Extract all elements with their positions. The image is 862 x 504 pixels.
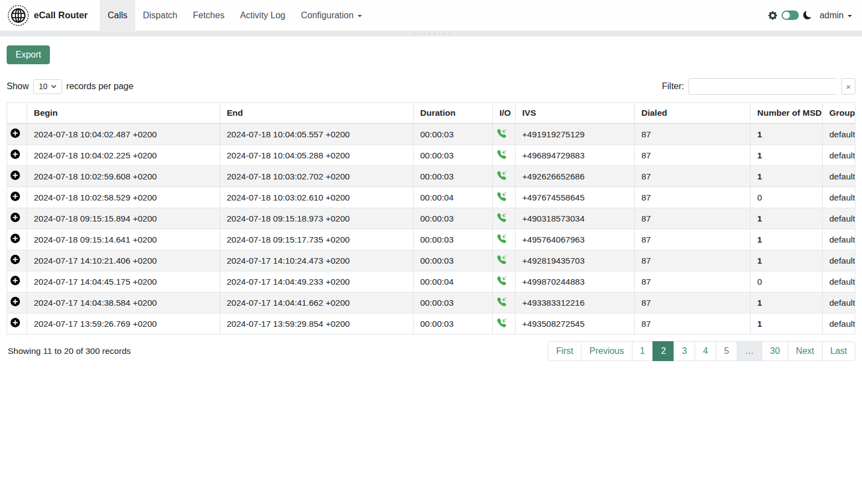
duration-cell: 00:00:04 <box>414 187 493 208</box>
page-size-select[interactable]: 10 <box>33 79 62 94</box>
app-title: eCall Router <box>34 10 88 20</box>
plus-circle-icon <box>11 255 20 264</box>
dialed-cell: 87 <box>635 271 751 292</box>
table-row: 2024-07-17 14:10:21.406 +0200 2024-07-17… <box>7 250 855 271</box>
pagination-item: 1 <box>632 341 654 361</box>
filter-input[interactable] <box>688 78 837 95</box>
phone-incoming-icon <box>497 277 506 287</box>
begin-cell: 2024-07-17 14:10:21.406 +0200 <box>27 250 220 271</box>
msd-cell: 1 <box>751 250 823 271</box>
duration-cell: 00:00:03 <box>414 208 493 229</box>
page-button-4[interactable]: 4 <box>695 341 716 361</box>
col-group[interactable]: Group <box>823 103 855 124</box>
drag-handle-icon[interactable] <box>411 32 451 36</box>
gear-icon[interactable] <box>768 11 777 20</box>
chevron-down-icon <box>358 15 362 17</box>
ivs-cell: +493383312216 <box>516 292 635 313</box>
page-button-1[interactable]: 1 <box>632 341 654 361</box>
page-button-30[interactable]: 30 <box>762 341 788 361</box>
phone-incoming-icon <box>497 235 506 245</box>
nav-item-fetches[interactable]: Fetches <box>185 0 232 30</box>
table-footer: Showing 11 to 20 of 300 records FirstPre… <box>7 341 855 361</box>
expand-row-button[interactable] <box>11 171 20 180</box>
nav-item-calls[interactable]: Calls <box>100 0 135 30</box>
ivs-cell: +490318573034 <box>516 208 635 229</box>
table-row: 2024-07-17 14:04:45.175 +0200 2024-07-17… <box>7 271 855 292</box>
dialed-cell: 87 <box>635 166 751 187</box>
pagination-item: 3 <box>674 341 695 361</box>
expand-row-button[interactable] <box>11 276 20 285</box>
navbar-right: admin <box>768 0 862 30</box>
filter-clear-button[interactable]: × <box>841 78 855 95</box>
group-cell: default <box>823 292 855 313</box>
user-menu[interactable]: admin <box>819 11 852 20</box>
col-begin[interactable]: Begin <box>27 103 220 124</box>
table-row: 2024-07-18 10:02:59.608 +0200 2024-07-18… <box>7 166 855 187</box>
pagination-item: Previous <box>581 341 632 361</box>
col-ivs[interactable]: IVS <box>516 103 635 124</box>
phone-incoming-icon <box>497 172 506 182</box>
col-io[interactable]: I/O <box>493 103 516 124</box>
end-cell: 2024-07-18 09:15:18.973 +0200 <box>220 208 414 229</box>
nav-item-activity-log[interactable]: Activity Log <box>232 0 293 30</box>
top-navbar: eCall Router CallsDispatchFetchesActivit… <box>0 0 862 30</box>
msd-cell: 1 <box>751 313 823 335</box>
expand-row-button[interactable] <box>11 213 20 222</box>
dialed-cell: 87 <box>635 313 751 335</box>
begin-cell: 2024-07-17 14:04:45.175 +0200 <box>27 271 220 292</box>
page-button-next[interactable]: Next <box>788 341 823 361</box>
end-cell: 2024-07-17 14:10:24.473 +0200 <box>220 250 414 271</box>
page-button-3[interactable]: 3 <box>674 341 695 361</box>
io-cell <box>493 292 516 313</box>
table-row: 2024-07-18 09:15:15.894 +0200 2024-07-18… <box>7 208 855 229</box>
expand-row-button[interactable] <box>11 150 20 159</box>
expand-row-button[interactable] <box>11 234 20 243</box>
page-size-control: Show 10 records per page <box>7 79 134 94</box>
msd-cell: 1 <box>751 229 823 250</box>
expand-row-button[interactable] <box>11 192 20 201</box>
export-button[interactable]: Export <box>7 45 50 64</box>
pagination-item: 2 <box>652 341 674 361</box>
msd-cell: 0 <box>751 187 823 208</box>
pane-divider[interactable] <box>0 30 862 37</box>
dialed-cell: 87 <box>635 229 751 250</box>
end-cell: 2024-07-18 10:03:02.702 +0200 <box>220 166 414 187</box>
msd-cell: 1 <box>751 166 823 187</box>
filter-label: Filter: <box>662 81 684 91</box>
nav-item-label: Configuration <box>301 11 354 20</box>
ivs-cell: +495764067963 <box>516 229 635 250</box>
nav-item-dispatch[interactable]: Dispatch <box>135 0 185 30</box>
expand-row-button[interactable] <box>11 128 20 138</box>
dark-mode-toggle[interactable] <box>782 11 799 20</box>
ivs-cell: +496894729883 <box>516 145 635 166</box>
phone-incoming-icon <box>497 130 506 140</box>
table-row: 2024-07-17 13:59:26.769 +0200 2024-07-17… <box>7 313 855 335</box>
expand-row-button[interactable] <box>11 255 20 264</box>
plus-circle-icon <box>11 234 20 243</box>
begin-cell: 2024-07-17 13:59:26.769 +0200 <box>27 313 220 335</box>
table-row: 2024-07-18 10:04:02.487 +0200 2024-07-18… <box>7 124 855 145</box>
page-button-previous[interactable]: Previous <box>581 341 632 361</box>
pagination-item: Next <box>788 341 823 361</box>
page-button-5[interactable]: 5 <box>716 341 737 361</box>
brand[interactable]: eCall Router <box>8 0 88 30</box>
page-button-first[interactable]: First <box>548 341 582 361</box>
calls-table: Begin End Duration I/O IVS Dialed Number… <box>7 102 855 335</box>
expand-row-button[interactable] <box>11 297 20 306</box>
phone-incoming-icon <box>497 256 506 266</box>
page-button-last[interactable]: Last <box>822 341 855 361</box>
table-header-row: Begin End Duration I/O IVS Dialed Number… <box>7 103 855 124</box>
end-cell: 2024-07-17 13:59:29.854 +0200 <box>220 313 414 335</box>
col-end[interactable]: End <box>220 103 414 124</box>
plus-circle-icon <box>11 297 20 306</box>
col-msd[interactable]: Number of MSD <box>751 103 823 124</box>
col-duration[interactable]: Duration <box>414 103 493 124</box>
io-cell <box>493 271 516 292</box>
nav-item-configuration[interactable]: Configuration <box>293 0 370 30</box>
nav-item-label: Calls <box>108 11 127 20</box>
col-dialed[interactable]: Dialed <box>635 103 751 124</box>
phone-incoming-icon <box>497 320 506 329</box>
expand-row-button[interactable] <box>11 318 20 327</box>
group-cell: default <box>823 271 855 292</box>
page-button-2[interactable]: 2 <box>652 341 674 361</box>
